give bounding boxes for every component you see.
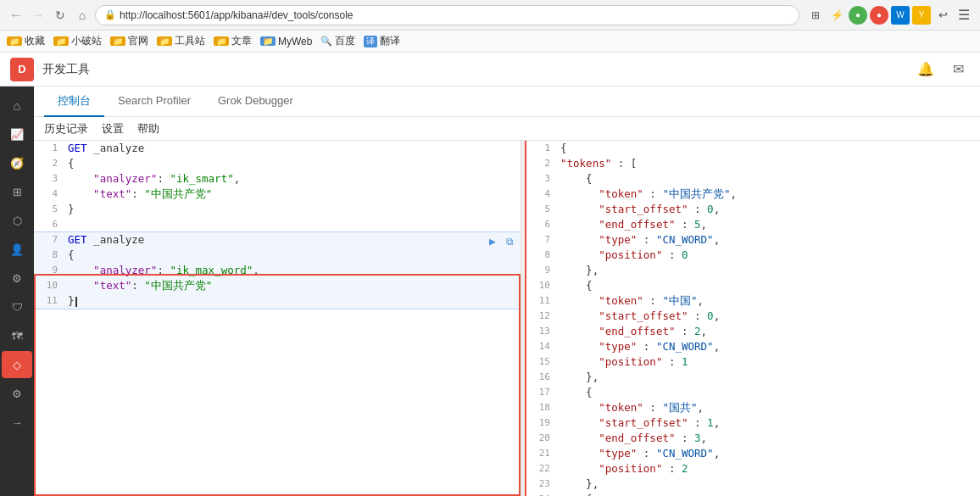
toolbar-settings[interactable]: 设置	[102, 121, 124, 137]
browser-menu-icon[interactable]: ⊞	[806, 6, 825, 25]
output-line-6: 6 "end_offset" : 5,	[526, 217, 980, 232]
output-content[interactable]: 1 { 2 "tokens" : [ 3 { 4	[526, 141, 980, 496]
bookmark-translate[interactable]: 译 翻译	[364, 34, 400, 48]
toolbar: 历史记录 设置 帮助	[34, 117, 980, 141]
tab-grok-debugger[interactable]: Grok Debugger	[204, 87, 307, 115]
toolbar-history[interactable]: 历史记录	[44, 121, 88, 137]
sidebar-icon-shield[interactable]: 🛡	[2, 293, 32, 320]
copy-button[interactable]: ⧉	[502, 234, 517, 249]
line-number-9: 9	[34, 263, 64, 278]
line-content-2: {	[64, 156, 521, 171]
output-line-18: 18 "token" : "国共",	[526, 400, 980, 415]
back-button[interactable]: ←	[7, 6, 25, 25]
browser-menu[interactable]: ☰	[955, 6, 973, 25]
selected-block: ▶ ⧉ 7 GET _analyze 8 {	[34, 232, 521, 309]
tab-search-profiler[interactable]: Search Profiler	[104, 87, 204, 115]
output-line-8: 8 "position" : 0	[526, 248, 980, 263]
url-text: http://localhost:5601/app/kibana#/dev_to…	[120, 9, 354, 21]
output-line-16: 16 },	[526, 370, 980, 385]
sidebar-icon-settings[interactable]: ⚙	[2, 265, 32, 292]
sidebar-icon-home[interactable]: ⌂	[2, 92, 32, 119]
mail-icon[interactable]: ✉	[946, 58, 970, 81]
browser-ext3[interactable]: ●	[870, 6, 888, 25]
bookmark-favorites[interactable]: 📁 收藏	[7, 34, 45, 48]
browser-ext2[interactable]: ●	[849, 6, 867, 25]
line-content-8: {	[64, 248, 521, 263]
bookmark-bar: 📁 收藏 📁 小破站 📁 官网 📁 工具站 📁 文章 📁 MyWeb 🔍 百度 …	[0, 31, 980, 53]
home-button[interactable]: ⌂	[73, 6, 92, 25]
app-container: D 开发工具 🔔 ✉ ⌂ 📈 🧭 ⊞ ⬡ 👤 ⚙ 🛡 🗺 ◇ ⚙ →	[0, 53, 980, 496]
bookmark-site5[interactable]: 📁 MyWeb	[260, 36, 312, 47]
bookmark-baidu[interactable]: 🔍 百度	[320, 34, 355, 48]
line-content-11: }	[64, 293, 521, 309]
output-line-23: 23 },	[526, 476, 980, 492]
sidebar-icon-compass[interactable]: 🧭	[2, 149, 32, 176]
output-line-20: 20 "end_offset" : 3,	[526, 431, 980, 446]
browser-ext4[interactable]: W	[891, 6, 910, 25]
sidebar-icon-settings2[interactable]: ⚙	[2, 380, 32, 407]
browser-undo[interactable]: ↩	[933, 6, 952, 25]
output-line-10: 10 {	[526, 278, 980, 293]
code-line-6: 6	[34, 217, 521, 232]
output-line-1: 1 {	[526, 141, 980, 156]
toolbar-help[interactable]: 帮助	[137, 121, 159, 137]
code-line-2: 2 {	[34, 156, 521, 171]
app-logo: D	[10, 58, 34, 81]
output-line-9: 9 },	[526, 263, 980, 278]
line-content-3: "analyzer": "ik_smart",	[64, 171, 521, 187]
output-line-14: 14 "type" : "CN_WORD",	[526, 339, 980, 354]
line-content-9: "analyzer": "ik_max_word",	[64, 263, 521, 278]
run-buttons-bar: ▶ ⧉	[485, 234, 517, 249]
output-line-17: 17 {	[526, 385, 980, 400]
line-content-6	[64, 217, 521, 232]
line-content-10: "text": "中国共产党"	[64, 278, 521, 293]
sidebar-icon-chart[interactable]: 📈	[2, 120, 32, 148]
output-line-19: 19 "start_offset" : 1,	[526, 415, 980, 431]
line-content-5: }	[64, 202, 521, 217]
output-line-21: 21 "type" : "CN_WORD",	[526, 446, 980, 461]
out-line-num-1: 1	[526, 141, 557, 156]
code-line-5: 5 }	[34, 202, 521, 217]
security-icon: 🔒	[104, 9, 116, 20]
code-line-7: 7 GET _analyze	[34, 232, 521, 248]
sidebar-icon-map[interactable]: 🗺	[2, 322, 32, 349]
output-line-15: 15 "position" : 1	[526, 354, 980, 370]
sidebar-icon-devtools[interactable]: ◇	[2, 351, 32, 378]
output-line-7: 7 "type" : "CN_WORD",	[526, 232, 980, 248]
line-number-5: 5	[34, 202, 64, 217]
forward-button[interactable]: →	[29, 6, 47, 25]
browser-ext5[interactable]: Y	[912, 6, 931, 25]
line-number-6: 6	[34, 217, 64, 232]
url-bar[interactable]: 🔒 http://localhost:5601/app/kibana#/dev_…	[95, 5, 799, 25]
code-line-11: 11 }	[34, 293, 521, 309]
line-content-1: GET _analyze	[64, 141, 521, 156]
line-number-8: 8	[34, 248, 64, 263]
bookmark-site2[interactable]: 📁 官网	[110, 34, 148, 48]
notification-icon[interactable]: 🔔	[914, 58, 938, 81]
output-line-12: 12 "start_offset" : 0,	[526, 309, 980, 324]
line-number-10: 10	[34, 278, 64, 293]
output-line-3: 3 {	[526, 171, 980, 187]
right-panel: 1 { 2 "tokens" : [ 3 { 4	[526, 141, 980, 496]
sidebar-icon-user[interactable]: 👤	[2, 236, 32, 263]
editor-area: 1 GET _analyze 2 { 3 "analyzer": "ik_sma…	[34, 141, 980, 496]
sidebar-icon-arrow[interactable]: →	[2, 409, 32, 436]
reload-button[interactable]: ↻	[51, 6, 70, 25]
bookmark-site3[interactable]: 📁 工具站	[157, 34, 205, 48]
code-line-8: 8 {	[34, 248, 521, 263]
browser-ext1[interactable]: ⚡	[827, 6, 846, 25]
output-line-13: 13 "end_offset" : 2,	[526, 324, 980, 339]
output-line-24: 24 {	[526, 492, 980, 496]
line-number-3: 3	[34, 171, 64, 187]
code-line-10: 10 "text": "中国共产党"	[34, 278, 521, 293]
code-line-1: 1 GET _analyze	[34, 141, 521, 156]
editor-content[interactable]: 1 GET _analyze 2 { 3 "analyzer": "ik_sma…	[34, 141, 521, 496]
code-line-9: 9 "analyzer": "ik_max_word",	[34, 263, 521, 278]
bookmark-site4[interactable]: 📁 文章	[214, 34, 252, 48]
sidebar-icon-table[interactable]: ⊞	[2, 178, 32, 205]
sidebar-icon-graph[interactable]: ⬡	[2, 207, 32, 234]
run-button[interactable]: ▶	[485, 234, 500, 249]
bookmark-site1[interactable]: 📁 小破站	[53, 34, 102, 48]
output-line-11: 11 "token" : "中国",	[526, 293, 980, 309]
tab-console[interactable]: 控制台	[44, 86, 104, 117]
